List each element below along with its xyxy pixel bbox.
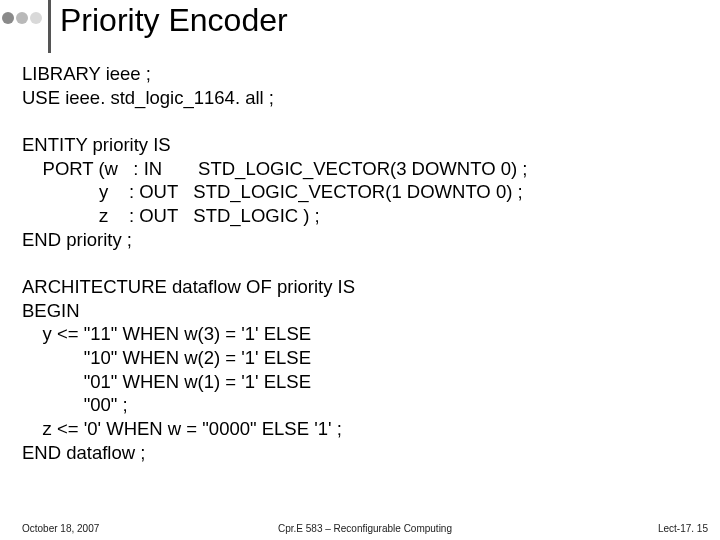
bullet-dot-icon — [16, 12, 28, 24]
bullet-dot-icon — [30, 12, 42, 24]
slide-title: Priority Encoder — [60, 2, 288, 39]
bullet-dot-icon — [2, 12, 14, 24]
slide-header: Priority Encoder — [0, 0, 720, 60]
decorative-bullets — [2, 12, 42, 24]
code-block: LIBRARY ieee ; USE ieee. std_logic_1164.… — [22, 62, 702, 464]
footer-course: Cpr.E 583 – Reconfigurable Computing — [22, 523, 708, 534]
slide-footer: October 18, 2007 Cpr.E 583 – Reconfigura… — [22, 523, 708, 534]
title-divider — [48, 0, 51, 53]
slide: Priority Encoder LIBRARY ieee ; USE ieee… — [0, 0, 720, 540]
